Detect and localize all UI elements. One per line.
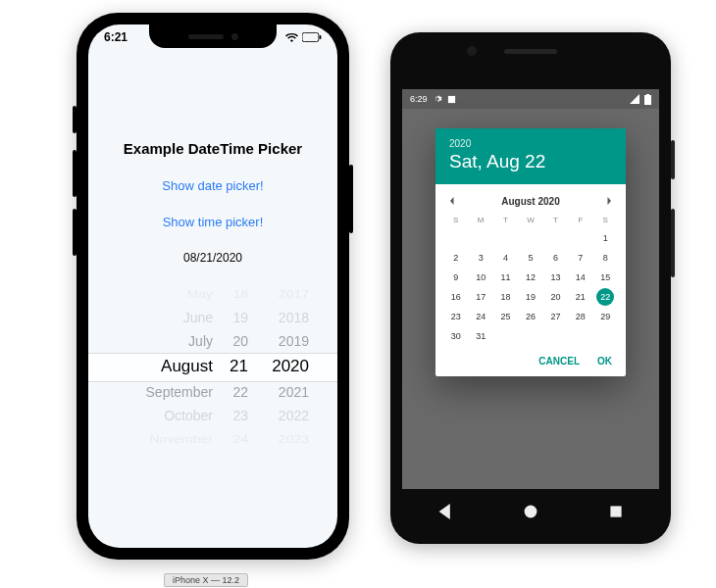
calendar-day-selected[interactable]: 22: [596, 288, 614, 306]
wheel-item[interactable]: May: [187, 284, 213, 303]
date-picker-dialog: 2020 Sat, Aug 22 August 2020 SMTWTFS 123…: [435, 128, 626, 376]
iphone-caption: iPhone X — 12.2: [164, 573, 248, 587]
dialog-header: 2020 Sat, Aug 22: [435, 128, 626, 184]
wheel-item-selected[interactable]: 21: [230, 353, 248, 380]
calendar-day[interactable]: 7: [568, 248, 592, 268]
wheel-item[interactable]: September: [146, 380, 213, 404]
iphone-notch: [149, 24, 277, 48]
android-camera: [467, 46, 477, 56]
calendar-day[interactable]: 14: [568, 268, 592, 287]
calendar-day[interactable]: 6: [543, 248, 568, 268]
calendar-day[interactable]: 20: [543, 287, 568, 307]
calendar-day[interactable]: 11: [493, 268, 518, 287]
svg-rect-4: [644, 95, 651, 105]
back-button[interactable]: [437, 504, 453, 523]
recents-button[interactable]: [608, 504, 624, 523]
wheel-item[interactable]: 22: [232, 380, 248, 404]
dow-cell: T: [493, 216, 518, 224]
home-button[interactable]: [523, 504, 538, 523]
wheel-item[interactable]: 24: [232, 429, 248, 448]
chevron-right-icon: [604, 196, 614, 206]
calendar-day[interactable]: 24: [468, 307, 492, 326]
calendar-day[interactable]: 21: [568, 287, 592, 307]
calendar-day[interactable]: 31: [468, 326, 492, 346]
calendar-day[interactable]: 1: [593, 228, 618, 248]
calendar-day[interactable]: 30: [443, 326, 468, 346]
calendar-day[interactable]: 5: [518, 248, 542, 268]
calendar-day[interactable]: 28: [568, 307, 592, 326]
calendar-day[interactable]: 17: [468, 287, 492, 307]
ios-status-time: 6:21: [104, 30, 128, 44]
wheel-item-selected[interactable]: August: [161, 353, 213, 380]
ok-button[interactable]: OK: [597, 356, 612, 367]
calendar-day[interactable]: 27: [543, 307, 568, 326]
settings-icon: [433, 94, 442, 104]
wheel-item[interactable]: 2019: [279, 329, 309, 353]
wheel-item[interactable]: 20: [232, 329, 248, 353]
wheel-item[interactable]: 2021: [279, 380, 309, 404]
wheel-item-selected[interactable]: 2020: [272, 353, 309, 380]
calendar-empty: [543, 228, 568, 248]
show-time-picker-button[interactable]: Show time picker!: [88, 215, 337, 229]
calendar-empty: [468, 228, 492, 248]
page-title: Example DateTime Picker: [88, 140, 337, 157]
wheel-item[interactable]: 19: [232, 306, 248, 329]
wheel-month-column[interactable]: May June July August September October N…: [117, 282, 213, 449]
wheel-item[interactable]: June: [183, 306, 213, 329]
calendar-day[interactable]: 18: [493, 287, 518, 307]
show-date-picker-button[interactable]: Show date picker!: [88, 178, 337, 193]
calendar-day[interactable]: 8: [593, 248, 618, 268]
calendar-day[interactable]: 12: [518, 268, 542, 287]
square-icon: [447, 95, 456, 104]
wheel-item[interactable]: October: [164, 404, 213, 427]
calendar-day[interactable]: 26: [518, 307, 542, 326]
dow-cell: W: [518, 216, 542, 224]
dialog-year[interactable]: 2020: [449, 138, 612, 149]
wheel-item[interactable]: 2023: [279, 429, 309, 448]
calendar-empty: [443, 228, 468, 248]
calendar-day[interactable]: 4: [493, 248, 518, 268]
iphone-screen: 6:21 Example DateTime Picker Show date p…: [88, 24, 337, 548]
signal-icon: [630, 94, 639, 104]
wheel-item[interactable]: November: [149, 429, 213, 448]
calendar-day[interactable]: 10: [468, 268, 492, 287]
calendar-day[interactable]: 15: [593, 268, 618, 287]
calendar-day[interactable]: 2: [443, 248, 468, 268]
dialog-date-headline: Sat, Aug 22: [449, 151, 612, 172]
calendar-day[interactable]: 25: [493, 307, 518, 326]
calendar-day[interactable]: 3: [468, 248, 492, 268]
prev-month-button[interactable]: [447, 192, 457, 210]
calendar-day[interactable]: 29: [593, 307, 618, 326]
svg-rect-1: [304, 34, 318, 40]
calendar-grid: 1234567891011121314151617181920212223242…: [435, 228, 626, 350]
calendar-day[interactable]: 16: [443, 287, 468, 307]
next-month-button[interactable]: [604, 192, 614, 210]
wheel-item[interactable]: 2022: [279, 404, 309, 427]
iphone-mute-switch: [73, 106, 77, 133]
wheel-year-column[interactable]: 2017 2018 2019 2020 2021 2022 2023: [258, 282, 309, 449]
ios-date-wheel[interactable]: May June July August September October N…: [88, 282, 337, 449]
cancel-button[interactable]: CANCEL: [538, 356, 580, 367]
calendar-empty: [568, 228, 592, 248]
battery-icon: [644, 94, 651, 105]
circle-home-icon: [523, 504, 538, 519]
svg-rect-7: [611, 506, 622, 516]
svg-rect-5: [646, 94, 649, 96]
wheel-item[interactable]: 23: [232, 404, 248, 427]
wheel-item[interactable]: 2018: [279, 306, 309, 329]
wheel-item[interactable]: 18: [232, 284, 248, 303]
dow-cell: S: [443, 216, 468, 224]
selected-date-text: 08/21/2020: [88, 251, 337, 265]
wheel-item[interactable]: July: [188, 329, 213, 353]
calendar-day[interactable]: 23: [443, 307, 468, 326]
wheel-day-column[interactable]: 18 19 20 21 22 23 24: [223, 282, 248, 449]
calendar-day[interactable]: 13: [543, 268, 568, 287]
android-screen: 6:29 2020 Sat, Aug 22: [402, 89, 659, 489]
android-speaker: [504, 49, 557, 54]
wheel-item[interactable]: 2017: [279, 284, 309, 303]
day-of-week-row: SMTWTFS: [435, 214, 626, 228]
calendar-day[interactable]: 9: [443, 268, 468, 287]
calendar-day[interactable]: 19: [518, 287, 542, 307]
dow-cell: S: [593, 216, 618, 224]
svg-rect-2: [320, 35, 322, 39]
